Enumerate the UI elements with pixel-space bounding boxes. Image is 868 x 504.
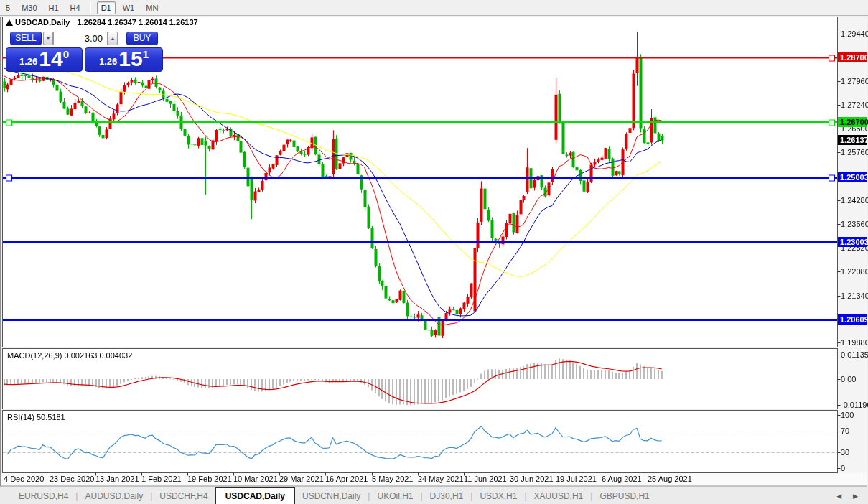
chart-ohlc-values: 1.26284 1.26347 1.26014 1.26137 (77, 18, 197, 27)
timeframe-button-d1[interactable]: D1 (97, 1, 116, 14)
chart-canvas[interactable] (0, 0, 868, 504)
buy-price-pip: 1 (143, 48, 149, 60)
chart-title: USDCAD,Daily1.26284 1.26347 1.26014 1.26… (15, 18, 198, 27)
timeframe-button-m30[interactable]: M30 (17, 1, 41, 14)
date-axis-label: 25 Aug 2021 (648, 475, 692, 483)
date-axis-label: 4 Dec 2020 (4, 475, 44, 483)
symbol-tabbar: EURUSD,H4|AUDUSD,Daily|USDCHF,H4USDCAD,D… (0, 487, 868, 504)
sell-price-prefix: 1.26 (19, 56, 37, 67)
timeframe-button-w1[interactable]: W1 (118, 1, 139, 14)
rsi-label: RSI(14) 50.5181 (7, 413, 65, 421)
rsi-axis-label: 30 (841, 448, 849, 457)
macd-label: MACD(12,26,9) 0.002163 0.004032 (7, 351, 132, 360)
price-tick-label: 1.22080 (841, 267, 868, 276)
price-tick-label: 1.24280 (841, 196, 868, 205)
mt4-terminal: 5M30H1H4D1W1MN USDCAD,Daily1.26284 1.263… (0, 0, 868, 504)
date-axis-label: 1 Feb 2021 (141, 475, 182, 483)
price-level-tag: 1.25003 (838, 172, 867, 182)
sell-button[interactable]: SELL (10, 32, 42, 45)
buy-button[interactable]: BUY (126, 32, 158, 45)
one-click-trading-toggle-icon[interactable] (6, 19, 13, 26)
one-click-trading-panel: SELL ▼ ▲ BUY 1.26 14 0 1.26 15 1 (6, 30, 163, 72)
sell-price-main: 14 (39, 49, 62, 69)
symbol-tab-gbpusd[interactable]: GBPUSD,H1 (592, 487, 656, 504)
volume-input[interactable] (53, 32, 108, 45)
price-level-tag: 1.23003 (838, 237, 867, 247)
symbol-tab-eurusd[interactable]: EURUSD,H4 (11, 487, 75, 504)
toolbar-separator (90, 2, 91, 14)
symbol-tab-usdx[interactable]: USDX,H1 (472, 487, 524, 504)
price-level-tag: 1.20609 (838, 314, 867, 325)
price-level-tag: 1.26700 (838, 117, 867, 127)
price-tick-label: 1.29440 (841, 29, 868, 38)
date-axis-label: 6 Aug 2021 (602, 475, 642, 483)
price-tick-label: 1.23560 (841, 220, 868, 228)
symbol-tab-dj30[interactable]: DJ30,H1 (423, 487, 471, 504)
timeframe-button-h4[interactable]: H4 (66, 1, 85, 14)
price-tick-label: 1.21340 (841, 291, 868, 300)
price-tick-label: 1.19880 (841, 338, 868, 347)
symbol-tab-audusd[interactable]: AUDUSD,Daily (78, 487, 150, 504)
macd-axis-label: 0.01135 (841, 350, 868, 359)
sell-price-pip: 0 (63, 48, 69, 60)
date-axis-label: 19 Jul 2021 (556, 475, 597, 483)
date-axis-label: 11 Jun 2021 (464, 475, 507, 483)
buy-price-prefix: 1.26 (99, 56, 117, 67)
chart-symbol-label: USDCAD,Daily (15, 18, 70, 27)
symbol-tab-usdcad[interactable]: USDCAD,Daily (215, 487, 295, 504)
price-tick-label: 1.25760 (841, 148, 868, 157)
date-axis-label: 23 Dec 2020 (50, 475, 94, 483)
timeframe-button-h1[interactable]: H1 (45, 1, 63, 14)
buy-price-box[interactable]: 1.26 15 1 (85, 47, 163, 72)
date-axis-label: 19 Feb 2021 (187, 475, 232, 483)
date-axis-label: 13 Jan 2021 (95, 475, 139, 483)
timeframe-toolbar: 5M30H1H4D1W1MN (0, 0, 868, 16)
tab-scroll-left-icon[interactable]: ◀ (836, 493, 841, 500)
price-level-tag: 1.28700 (838, 52, 867, 62)
date-axis-label: 5 May 2021 (372, 475, 413, 483)
date-axis-label: 16 Apr 2021 (325, 475, 368, 483)
buy-price-main: 15 (118, 49, 142, 69)
timeframe-button-5[interactable]: 5 (1, 1, 14, 14)
volume-increase-button[interactable]: ▲ (108, 32, 118, 45)
date-axis-label: 10 Mar 2021 (233, 475, 278, 483)
symbol-tab-usdchf[interactable]: USDCHF,H4 (152, 487, 215, 504)
price-tick-label: 1.27960 (841, 77, 868, 85)
sell-price-box[interactable]: 1.26 14 0 (6, 47, 83, 72)
date-axis-label: 30 Jun 2021 (510, 475, 554, 483)
date-axis-label: 29 Mar 2021 (279, 475, 324, 483)
tab-scroll-right-icon[interactable]: ▶ (853, 493, 858, 500)
rsi-axis-label: 100 (841, 411, 854, 419)
macd-axis-label: -0.01190 (841, 401, 868, 409)
date-axis-label: 24 May 2021 (418, 475, 464, 483)
rsi-axis-label: 0 (841, 464, 845, 472)
symbol-tab-xauusd[interactable]: XAUUSD,H1 (527, 487, 591, 504)
symbol-tab-usdcnh[interactable]: USDCNH,Daily (295, 487, 368, 504)
rsi-axis-label: 70 (841, 426, 849, 435)
timeframe-button-mn[interactable]: MN (141, 1, 162, 14)
volume-decrease-button[interactable]: ▼ (43, 32, 53, 45)
price-tick-label: 1.27240 (841, 101, 868, 109)
symbol-tab-ukoil[interactable]: UKOil,H1 (370, 487, 420, 504)
macd-axis-label: 0.00 (841, 375, 856, 383)
price-level-tag: 1.26137 (838, 135, 867, 145)
